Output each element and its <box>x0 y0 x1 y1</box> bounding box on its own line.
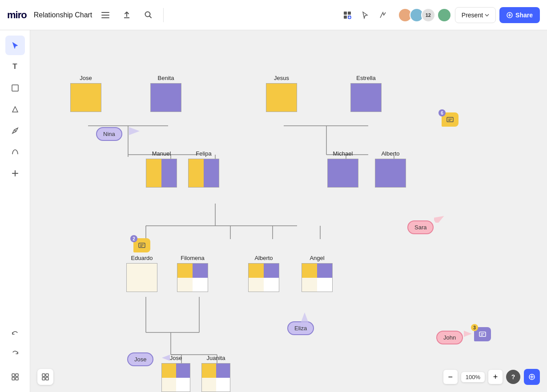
person-alberto1[interactable]: Alberto <box>375 150 406 188</box>
cursor-icon-button[interactable] <box>357 7 373 23</box>
svg-rect-1 <box>101 15 109 16</box>
svg-rect-0 <box>101 12 109 13</box>
person-juanita[interactable]: Juanita <box>201 355 230 392</box>
page-title: Relationship Chart <box>34 11 93 19</box>
zoom-out-button[interactable]: − <box>443 370 458 384</box>
zoom-level-display: 100% <box>461 372 485 382</box>
person-box-manuel <box>146 159 177 188</box>
person-box-jose1 <box>70 83 101 112</box>
svg-rect-5 <box>348 12 351 15</box>
magic-icon-button[interactable] <box>375 7 391 23</box>
person-estrella[interactable]: Estrella <box>350 75 382 112</box>
bubble-jose-bottom: Jose <box>127 352 153 366</box>
miro-logo: miro <box>7 9 27 21</box>
eliza-arrow <box>301 312 309 323</box>
sidebar-arch-tool[interactable] <box>5 142 25 162</box>
sidebar: T <box>0 30 30 392</box>
person-box-michael <box>327 159 358 188</box>
person-box-juanita <box>201 363 230 392</box>
avatar-group: 12 <box>398 8 451 22</box>
svg-rect-49 <box>139 243 145 248</box>
svg-marker-44 <box>301 312 309 323</box>
person-felipa[interactable]: Felipa <box>188 150 219 188</box>
comment-badge-3[interactable]: 3 <box>474 327 491 341</box>
svg-rect-2 <box>101 17 109 18</box>
person-benita[interactable]: Benita <box>150 75 181 112</box>
person-box-jose2 <box>161 363 190 392</box>
bubble-nina: Nina <box>96 127 122 141</box>
person-box-felipa <box>188 159 219 188</box>
svg-rect-12 <box>12 374 15 376</box>
svg-rect-15 <box>16 377 18 380</box>
comment-badge-2[interactable]: 2 <box>133 238 150 252</box>
svg-marker-43 <box>434 215 445 223</box>
person-box-angel <box>302 263 333 292</box>
svg-marker-45 <box>464 331 472 337</box>
svg-rect-58 <box>46 374 48 376</box>
avatar-current <box>437 8 451 22</box>
person-manuel[interactable]: Manuel <box>146 150 177 188</box>
zoom-in-button[interactable]: + <box>488 370 503 384</box>
sidebar-redo-tool[interactable] <box>5 344 25 364</box>
person-box-benita <box>150 83 181 112</box>
menu-button[interactable] <box>97 7 113 23</box>
present-button[interactable]: Present <box>455 7 496 23</box>
bubble-john: John <box>436 331 463 344</box>
bubble-sara: Sara <box>407 220 434 234</box>
export-button[interactable] <box>119 7 135 23</box>
comment-badge-1[interactable]: 6 <box>442 112 459 127</box>
person-jesus[interactable]: Jesus <box>266 75 297 112</box>
share-button[interactable]: Share <box>499 7 540 23</box>
svg-rect-6 <box>344 16 347 19</box>
bubble-eliza: Eliza <box>287 321 314 335</box>
svg-rect-4 <box>344 12 347 15</box>
sidebar-sticky-tool[interactable] <box>5 78 25 98</box>
john-arrow <box>464 331 472 337</box>
sidebar-undo-tool[interactable] <box>5 324 25 344</box>
search-button[interactable] <box>140 7 156 23</box>
person-box-eduardo <box>126 263 157 292</box>
jose-bottom-arrow <box>162 355 170 361</box>
person-box-jesus <box>266 83 297 112</box>
canvas[interactable]: Jose Benita Jesus Estrella Manuel Felipa <box>30 30 547 392</box>
person-box-filomena <box>177 263 208 292</box>
svg-marker-55 <box>162 355 170 361</box>
svg-point-11 <box>14 130 16 132</box>
sidebar-select-tool[interactable] <box>5 36 25 55</box>
person-alberto2[interactable]: Alberto <box>248 255 279 292</box>
header: miro Relationship Chart 12 <box>0 0 547 30</box>
grid-icon-button[interactable] <box>339 7 355 23</box>
header-right: 12 Present Share <box>339 7 540 23</box>
person-angel[interactable]: Angel <box>302 255 333 292</box>
person-box-alberto2 <box>248 263 279 292</box>
sidebar-boards-tool[interactable] <box>5 367 25 387</box>
magic-button[interactable] <box>524 369 540 385</box>
person-jose1[interactable]: Jose <box>70 75 101 112</box>
nina-arrow <box>129 127 140 135</box>
help-button[interactable]: ? <box>506 370 520 384</box>
svg-rect-14 <box>12 377 15 380</box>
svg-rect-60 <box>46 377 48 380</box>
sidebar-text-tool[interactable]: T <box>5 57 25 76</box>
svg-marker-42 <box>129 127 140 135</box>
avatar-count: 12 <box>421 8 435 22</box>
person-box-estrella <box>350 83 382 112</box>
sidebar-add-tool[interactable] <box>5 164 25 183</box>
svg-rect-52 <box>479 332 486 336</box>
svg-rect-59 <box>42 377 45 380</box>
sidebar-bottom <box>5 324 25 387</box>
person-michael[interactable]: Michael <box>327 150 358 188</box>
header-divider <box>163 8 164 22</box>
person-box-alberto1 <box>375 159 406 188</box>
boards-button[interactable] <box>37 369 53 385</box>
sidebar-shapes-tool[interactable] <box>5 100 25 119</box>
toolbar-icons <box>339 7 391 23</box>
svg-rect-46 <box>447 117 453 122</box>
sara-arrow <box>434 215 445 223</box>
svg-rect-10 <box>12 85 18 91</box>
bottom-toolbar: − 100% + ? <box>443 369 540 385</box>
person-filomena[interactable]: Filomena <box>177 255 208 292</box>
svg-rect-13 <box>16 374 18 376</box>
person-eduardo[interactable]: Eduardo <box>126 255 157 292</box>
sidebar-pen-tool[interactable] <box>5 121 25 140</box>
